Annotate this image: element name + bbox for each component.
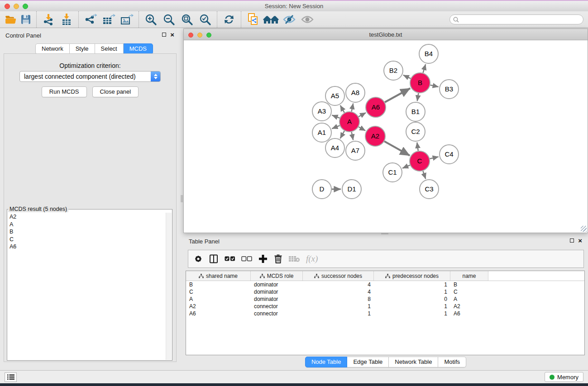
clone-network-icon[interactable]: [244, 12, 262, 27]
criterion-dropdown[interactable]: largest connected component (directed): [19, 71, 161, 82]
column-header-successor-nodes[interactable]: successor nodes: [303, 271, 374, 281]
table-cell: 1: [374, 310, 450, 317]
show-all-networks-icon[interactable]: [262, 12, 280, 27]
create-column-icon[interactable]: [258, 252, 268, 266]
save-session-icon[interactable]: [18, 12, 33, 27]
graph-edge-A-A4[interactable]: [340, 131, 344, 138]
graph-edge-B-B3[interactable]: [430, 85, 438, 87]
function-builder-icon[interactable]: f(x): [306, 252, 318, 266]
graph-edge-A-A5[interactable]: [340, 105, 344, 113]
export-table-icon[interactable]: [100, 12, 118, 27]
mcds-result-item[interactable]: A6: [8, 243, 166, 251]
window-resize-grip[interactable]: [581, 226, 587, 232]
import-network-icon[interactable]: [39, 12, 57, 27]
graph-edge-B-B2[interactable]: [403, 75, 411, 78]
zoom-in-icon[interactable]: [142, 12, 160, 27]
column-header-predecessor-nodes[interactable]: predecessor nodes: [374, 271, 450, 281]
column-header-MCDS-role[interactable]: MCDS role: [251, 271, 303, 281]
table-cell: C: [186, 289, 251, 295]
network-canvas[interactable]: B4B2BB3A8A5A6A3B1AC2A1A2A4A7C4CC1C3DD1: [183, 40, 588, 233]
graph-edge-C-C4[interactable]: [430, 157, 438, 158]
tab-select[interactable]: Select: [95, 43, 124, 54]
graph-edge-A6-B[interactable]: [385, 88, 410, 102]
import-table-icon[interactable]: [57, 12, 76, 27]
memory-button[interactable]: Memory: [545, 372, 583, 382]
graph-edge-A-A8[interactable]: [352, 104, 354, 112]
column-header-name[interactable]: name: [450, 271, 488, 281]
close-table-panel-icon[interactable]: ×: [578, 238, 582, 243]
toolbar-separator: [78, 11, 79, 28]
delete-table-icon[interactable]: [288, 252, 300, 266]
table-cell: 1: [303, 303, 374, 310]
graph-edge-C-C2[interactable]: [417, 143, 418, 151]
show-hidden-icon[interactable]: [298, 12, 316, 27]
control-panel-title: Control Panel: [5, 32, 41, 39]
table-settings-gear-icon[interactable]: [194, 252, 203, 266]
window-title: Session: New Session: [0, 3, 588, 10]
open-session-icon[interactable]: [3, 12, 18, 27]
table-tab-node-table[interactable]: Node Table: [305, 357, 348, 367]
vertical-splitter-handle[interactable]: [181, 195, 183, 202]
table-row[interactable]: A2connector11A2: [186, 303, 584, 310]
table-row[interactable]: A6connector11A6: [186, 310, 584, 317]
control-panel-tabs: NetworkStyleSelectMCDS: [35, 43, 153, 54]
column-header-shared-name[interactable]: shared name: [186, 271, 251, 281]
control-panel: Control Panel × NetworkStyleSelectMCDS O…: [0, 29, 181, 369]
table-tab-edge-table[interactable]: Edge Table: [347, 357, 389, 367]
graph-edge-A-A7[interactable]: [352, 132, 354, 140]
graph-edge-A-A2[interactable]: [359, 127, 365, 131]
table-row[interactable]: Bdominator41B: [186, 281, 584, 288]
refresh-network-icon[interactable]: [220, 12, 238, 27]
table-header-row: shared nameMCDS rolesuccessor nodesprede…: [186, 271, 584, 281]
tab-network[interactable]: Network: [35, 43, 70, 54]
graph-node-label: A8: [351, 89, 359, 96]
scrollbar-track[interactable]: [166, 213, 172, 360]
deselect-all-icon[interactable]: [241, 252, 252, 266]
graph-edge-C-C1[interactable]: [402, 165, 410, 168]
graph-edge-A2-C[interactable]: [384, 141, 410, 156]
export-image-icon[interactable]: [118, 12, 136, 27]
graph-node-label: C: [417, 157, 422, 165]
task-history-button[interactable]: [5, 372, 17, 382]
graph-edge-B-B1[interactable]: [417, 93, 419, 101]
graph-edge-C-C3[interactable]: [423, 171, 425, 179]
mcds-result-item[interactable]: B: [8, 228, 166, 236]
table-cell: 1: [374, 281, 450, 288]
tab-style[interactable]: Style: [70, 43, 95, 54]
tab-mcds[interactable]: MCDS: [124, 43, 153, 54]
desktop-background-strip: [0, 383, 588, 386]
graph-edge-A-A3[interactable]: [332, 115, 339, 118]
table-tab-network-table[interactable]: Network Table: [389, 357, 438, 367]
zoom-out-icon[interactable]: [160, 12, 178, 27]
float-panel-icon[interactable]: [162, 33, 166, 37]
close-panel-icon[interactable]: ×: [170, 33, 174, 37]
search-input[interactable]: [459, 16, 583, 23]
table-row[interactable]: Cdominator41C: [186, 288, 584, 295]
table-row[interactable]: Adominator80A: [186, 295, 584, 303]
graph-node-label: A7: [351, 147, 359, 154]
zoom-fit-icon[interactable]: [178, 12, 196, 27]
show-columns-icon[interactable]: [209, 252, 219, 266]
float-table-panel-icon[interactable]: [570, 238, 574, 243]
mcds-result-item[interactable]: A2: [8, 213, 166, 221]
table-cell: A: [450, 296, 488, 302]
delete-columns-trash-icon[interactable]: [274, 252, 282, 266]
mcds-result-item[interactable]: C: [8, 236, 166, 243]
table-tab-motifs[interactable]: Motifs: [438, 357, 466, 367]
select-all-icon[interactable]: [225, 252, 235, 266]
close-panel-button[interactable]: Close panel: [92, 86, 139, 97]
graph-edge-A-A1[interactable]: [332, 125, 339, 129]
table-toolbar: f(x): [188, 250, 584, 268]
hide-selected-icon[interactable]: [280, 12, 298, 27]
table-cell: dominator: [251, 296, 303, 302]
zoom-selected-icon[interactable]: [196, 12, 214, 27]
graph-edge-A-A6[interactable]: [359, 113, 366, 117]
mcds-result-item[interactable]: A: [8, 221, 166, 229]
export-network-icon[interactable]: [81, 12, 100, 27]
network-window-titlebar[interactable]: testGlobe.txt: [183, 29, 588, 40]
graph-node-label: C1: [388, 168, 397, 176]
graph-node-label: C3: [425, 185, 433, 193]
run-mcds-button[interactable]: Run MCDS: [42, 86, 87, 97]
graph-edge-B-B4[interactable]: [423, 64, 426, 73]
list-icon: [7, 374, 14, 380]
